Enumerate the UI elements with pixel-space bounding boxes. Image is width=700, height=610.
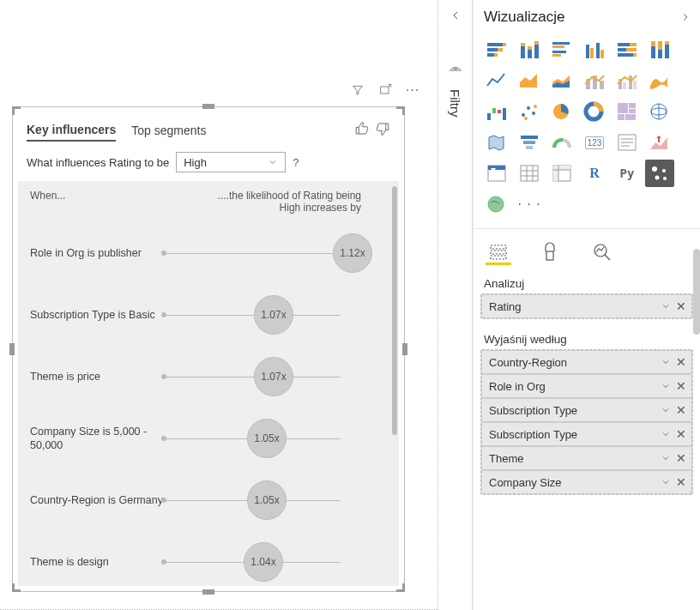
svg-rect-41 <box>492 108 496 113</box>
viz-python[interactable]: Py <box>612 160 642 187</box>
viz-map[interactable] <box>645 98 674 125</box>
viz-waterfall[interactable] <box>482 98 511 125</box>
viz-filled-map[interactable] <box>482 129 511 156</box>
svg-rect-37 <box>623 82 626 89</box>
remove-field-icon[interactable]: ✕ <box>676 452 686 464</box>
target-value-dropdown[interactable]: High <box>176 152 286 172</box>
influencer-label: Company Size is 5,000 - 50,000 <box>18 425 164 453</box>
chevron-down-icon[interactable] <box>661 381 671 391</box>
filter-icon[interactable] <box>350 82 365 98</box>
field-pill[interactable]: Subscription Type ✕ <box>481 398 692 422</box>
remove-field-icon[interactable]: ✕ <box>676 404 686 416</box>
viz-ribbon[interactable] <box>645 67 674 94</box>
chevron-down-icon[interactable] <box>661 405 671 415</box>
viz-stacked-column[interactable] <box>515 36 544 63</box>
influencer-row[interactable]: Subscription Type is Basic 1.07x <box>18 284 392 346</box>
viz-card[interactable]: 123 <box>580 129 609 156</box>
viz-import-custom[interactable]: · · · <box>515 190 544 218</box>
viz-kpi[interactable] <box>645 129 674 156</box>
svg-rect-14 <box>552 45 564 48</box>
viz-line-stacked-column[interactable] <box>580 67 609 94</box>
viz-gauge[interactable] <box>547 129 576 156</box>
svg-point-44 <box>522 113 525 117</box>
viz-funnel[interactable] <box>515 129 544 156</box>
field-pill-rating[interactable]: Rating ✕ <box>481 294 692 318</box>
viz-area[interactable] <box>515 67 544 94</box>
remove-field-icon[interactable]: ✕ <box>676 380 686 392</box>
influencer-bubble[interactable]: 1.07x <box>254 295 293 335</box>
viz-r-script[interactable]: R <box>580 160 609 187</box>
viz-donut[interactable] <box>580 98 609 125</box>
chevron-down-icon[interactable] <box>661 429 671 439</box>
viz-clustered-bar[interactable] <box>547 36 576 63</box>
focus-mode-icon[interactable] <box>377 82 393 98</box>
viz-treemap[interactable] <box>612 98 642 125</box>
help-icon[interactable]: ? <box>293 156 299 169</box>
filters-label[interactable]: Filtry <box>448 89 462 118</box>
field-pill[interactable]: Role in Org ✕ <box>481 374 692 398</box>
chevron-down-icon[interactable] <box>661 453 671 463</box>
svg-point-79 <box>662 169 666 172</box>
visual-selection-frame[interactable]: Key influencers Top segments What influe… <box>12 106 405 592</box>
chevron-down-icon[interactable] <box>661 301 671 311</box>
remove-field-icon[interactable]: ✕ <box>676 356 686 368</box>
explain-field-well[interactable]: Country-Region ✕ Role in Org ✕ Subscript… <box>480 349 693 495</box>
viz-stacked-bar[interactable] <box>482 36 511 63</box>
svg-rect-3 <box>487 48 498 51</box>
influencer-row[interactable]: Company Size is 5,000 - 50,000 1.05x <box>18 408 392 469</box>
expand-filters-icon[interactable] <box>449 9 462 22</box>
more-options-icon[interactable]: ··· <box>405 82 420 98</box>
scrollbar[interactable] <box>392 186 397 435</box>
thumbs-down-icon[interactable] <box>375 121 390 140</box>
viz-100pct-bar[interactable] <box>612 36 642 63</box>
viz-100pct-column[interactable] <box>645 36 674 63</box>
viz-arcgis-map[interactable] <box>482 190 511 218</box>
field-pill[interactable]: Country-Region ✕ <box>481 350 692 374</box>
svg-rect-40 <box>487 113 491 120</box>
viz-table[interactable] <box>515 160 544 187</box>
field-pill[interactable]: Subscription Type ✕ <box>481 422 692 446</box>
tab-fields[interactable] <box>486 239 511 265</box>
influencer-row[interactable]: Theme is design 1.04x <box>18 531 392 586</box>
influencer-bubble[interactable]: 1.04x <box>244 542 283 582</box>
influencer-row[interactable]: Theme is price 1.07x <box>18 346 392 408</box>
svg-rect-26 <box>633 53 637 57</box>
viz-pie[interactable] <box>547 98 576 125</box>
influencer-label: Theme is price <box>18 370 164 384</box>
svg-rect-42 <box>498 110 501 113</box>
svg-rect-86 <box>546 251 553 260</box>
viz-line[interactable] <box>482 67 511 94</box>
remove-field-icon[interactable]: ✕ <box>676 428 686 440</box>
influencer-row[interactable]: Role in Org is publisher 1.12x <box>18 222 392 284</box>
analyze-field-well[interactable]: Rating ✕ <box>480 293 693 319</box>
viz-line-clustered-column[interactable] <box>612 67 642 94</box>
viz-scatter[interactable] <box>515 98 544 125</box>
influencer-bubble[interactable]: 1.12x <box>333 233 372 273</box>
viz-clustered-column[interactable] <box>580 36 609 63</box>
svg-rect-23 <box>618 48 626 51</box>
viz-slicer[interactable] <box>482 160 511 187</box>
influencer-row[interactable]: Country-Region is Germany 1.05x <box>18 469 392 531</box>
remove-field-icon[interactable]: ✕ <box>676 476 686 488</box>
tab-analytics[interactable] <box>588 239 614 265</box>
viz-multi-row-card[interactable] <box>612 129 642 156</box>
viz-matrix[interactable] <box>547 160 576 187</box>
viz-key-influencers[interactable] <box>645 160 674 187</box>
influencer-bubble[interactable]: 1.05x <box>247 419 287 458</box>
influencer-bubble[interactable]: 1.07x <box>254 357 293 396</box>
svg-rect-39 <box>633 81 637 89</box>
chevron-down-icon[interactable] <box>661 477 671 487</box>
influencer-bubble[interactable]: 1.05x <box>247 480 287 520</box>
tab-key-influencers[interactable]: Key influencers <box>27 119 116 142</box>
visual-tabs: Key influencers Top segments <box>18 112 399 142</box>
field-pill[interactable]: Theme ✕ <box>481 446 692 470</box>
remove-field-icon[interactable]: ✕ <box>676 300 686 312</box>
thumbs-up-icon[interactable] <box>354 121 370 140</box>
field-pill[interactable]: Company Size ✕ <box>481 470 692 494</box>
tab-top-segments[interactable]: Top segments <box>131 120 206 141</box>
chevron-down-icon[interactable] <box>661 357 671 367</box>
viz-stacked-area[interactable] <box>547 67 576 94</box>
tab-format[interactable] <box>537 239 563 265</box>
collapse-pane-icon[interactable] <box>679 11 691 23</box>
panel-scrollbar[interactable] <box>693 249 700 335</box>
